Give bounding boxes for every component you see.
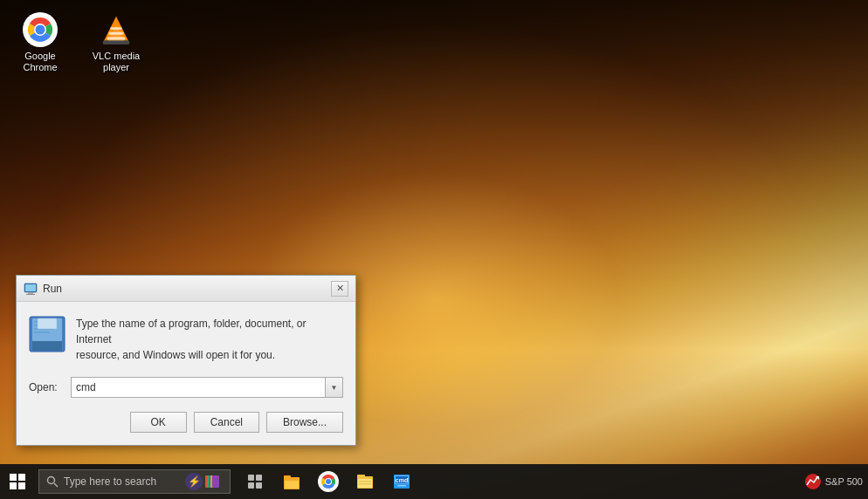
taskbar-filemanager-button[interactable] bbox=[348, 464, 382, 499]
vlc-icon-img bbox=[99, 12, 134, 47]
svg-rect-33 bbox=[248, 482, 254, 489]
run-titlebar-icon bbox=[24, 282, 38, 296]
stock-widget[interactable]: S&P 500 bbox=[804, 473, 863, 490]
run-dialog-body: Type the name of a program, folder, docu… bbox=[17, 302, 355, 445]
books-icon bbox=[203, 472, 223, 491]
svg-rect-42 bbox=[357, 475, 365, 478]
desktop-icon-chrome[interactable]: Google Chrome bbox=[9, 9, 72, 77]
svg-rect-12 bbox=[28, 292, 33, 294]
search-placeholder-text: Type here to search bbox=[64, 475, 184, 488]
taskbar-chrome-button[interactable] bbox=[311, 464, 346, 499]
run-buttons-row: OK Cancel Browse... bbox=[29, 412, 343, 433]
svg-rect-9 bbox=[107, 38, 126, 40]
run-description-line1: Type the name of a program, folder, docu… bbox=[76, 318, 306, 345]
desktop-icon-vlc[interactable]: VLC media player bbox=[85, 9, 148, 77]
run-titlebar: Run ✕ bbox=[17, 276, 355, 302]
svg-rect-11 bbox=[25, 284, 36, 291]
run-dialog: Run ✕ bbox=[16, 275, 356, 446]
svg-rect-20 bbox=[34, 332, 50, 333]
search-icon bbox=[46, 475, 59, 488]
run-dropdown-button[interactable]: ▼ bbox=[325, 378, 342, 397]
taskbar: Type here to search ⚡ bbox=[0, 464, 868, 499]
run-open-label: Open: bbox=[29, 381, 64, 393]
cortana-icon: ⚡ bbox=[184, 472, 203, 491]
svg-rect-30 bbox=[212, 475, 219, 488]
run-browse-button[interactable]: Browse... bbox=[266, 412, 343, 433]
svg-rect-45 bbox=[359, 483, 371, 485]
run-close-button[interactable]: ✕ bbox=[331, 281, 348, 297]
svg-rect-44 bbox=[359, 481, 371, 482]
run-description-text: Type the name of a program, folder, docu… bbox=[76, 316, 343, 363]
run-program-icon bbox=[29, 316, 65, 352]
run-description-line2: resource, and Windows will open it for y… bbox=[76, 349, 275, 361]
svg-line-23 bbox=[54, 483, 58, 487]
run-open-input[interactable] bbox=[72, 379, 325, 396]
run-open-row: Open: ▼ bbox=[29, 377, 343, 398]
taskbar-right-area: S&P 500 bbox=[804, 473, 868, 490]
task-view-button[interactable] bbox=[238, 464, 272, 499]
run-ok-button[interactable]: OK bbox=[130, 412, 187, 433]
stock-chart-icon bbox=[804, 473, 822, 490]
chrome-icon-img bbox=[23, 12, 58, 47]
run-input-wrapper: ▼ bbox=[71, 377, 343, 398]
file-explorer-button[interactable] bbox=[274, 464, 309, 499]
svg-rect-32 bbox=[256, 475, 262, 481]
taskbar-search-bar[interactable]: Type here to search ⚡ bbox=[38, 469, 231, 494]
run-info-row: Type the name of a program, folder, docu… bbox=[29, 316, 343, 363]
windows-logo-icon bbox=[10, 474, 25, 489]
svg-rect-50 bbox=[397, 485, 406, 487]
run-dialog-title: Run bbox=[43, 283, 326, 295]
run-cancel-button[interactable]: Cancel bbox=[194, 412, 259, 433]
svg-rect-37 bbox=[285, 481, 299, 489]
desktop-icons: Google Chrome VLC media player bbox=[9, 9, 148, 77]
svg-text:⚡: ⚡ bbox=[188, 475, 201, 488]
svg-rect-21 bbox=[38, 318, 57, 329]
vlc-icon-label: VLC media player bbox=[88, 51, 144, 73]
svg-point-2 bbox=[36, 25, 45, 35]
chrome-icon-label: Google Chrome bbox=[12, 51, 68, 73]
svg-rect-31 bbox=[248, 475, 254, 481]
svg-rect-36 bbox=[284, 475, 291, 479]
svg-text:cmd: cmd bbox=[396, 477, 408, 483]
taskbar-system-button[interactable]: cmd bbox=[384, 464, 419, 499]
start-button[interactable] bbox=[0, 464, 35, 499]
svg-rect-16 bbox=[32, 341, 62, 351]
taskbar-center-icons: cmd bbox=[238, 464, 419, 499]
svg-rect-8 bbox=[108, 32, 123, 35]
stock-label: S&P 500 bbox=[825, 476, 863, 487]
svg-point-22 bbox=[48, 477, 55, 484]
svg-rect-7 bbox=[110, 27, 121, 30]
svg-point-40 bbox=[326, 479, 331, 484]
svg-rect-34 bbox=[256, 482, 262, 489]
svg-rect-13 bbox=[26, 294, 35, 295]
